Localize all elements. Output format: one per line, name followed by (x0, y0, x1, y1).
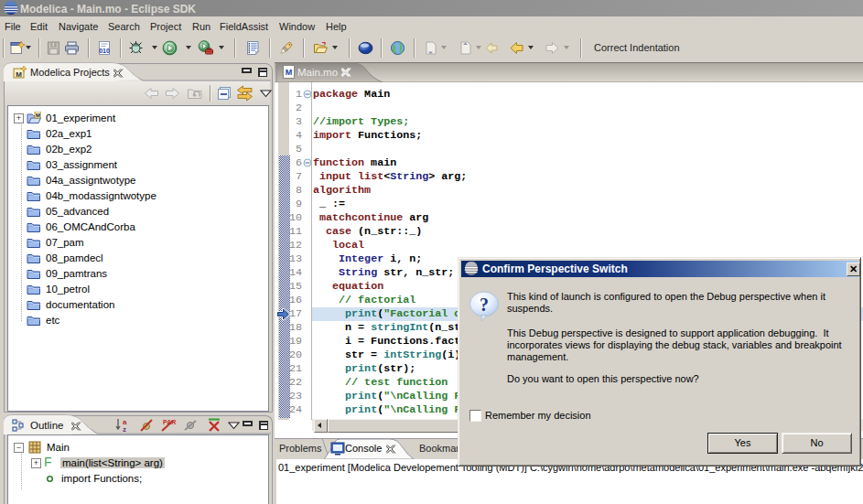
svg-text:010: 010 (99, 48, 110, 54)
svg-text:z: z (123, 425, 126, 434)
svg-text:M: M (286, 68, 293, 77)
svg-text:M: M (36, 113, 40, 118)
svg-text:?: ? (480, 295, 489, 315)
svg-text:M: M (16, 70, 22, 79)
